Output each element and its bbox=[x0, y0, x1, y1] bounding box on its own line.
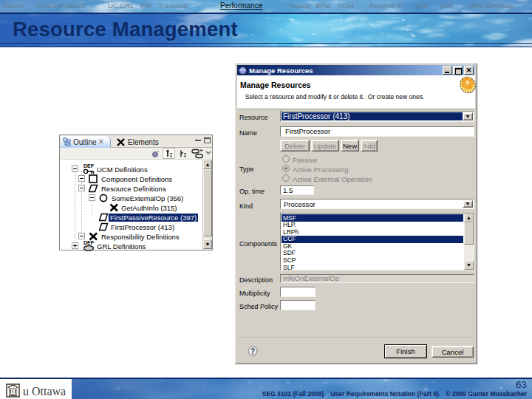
svg-text:DEF: DEF bbox=[83, 240, 95, 245]
svg-text:?: ? bbox=[250, 347, 255, 355]
svg-text:u Ottawa: u Ottawa bbox=[23, 385, 66, 398]
svg-text:DEF: DEF bbox=[83, 163, 95, 168]
